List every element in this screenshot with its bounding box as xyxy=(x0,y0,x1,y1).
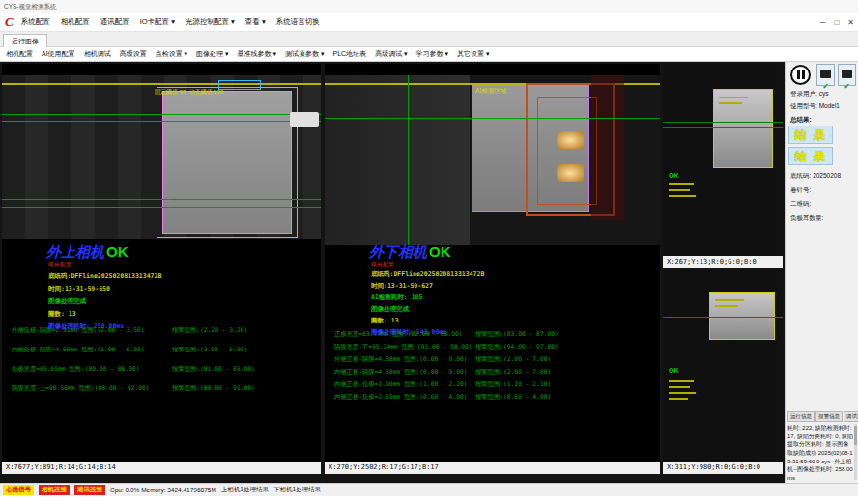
alarm-range: 报警范围:(94.00 - 97.00) xyxy=(475,343,558,351)
camera-image-outer-upper[interactable]: 固定阈值:93, 动态阈值:100 xyxy=(2,75,321,239)
roi-rect-cyan xyxy=(218,80,261,90)
camera-view-button-1[interactable]: ✓ xyxy=(816,64,835,86)
log-scrollbar[interactable] xyxy=(854,424,857,480)
titlebar: CYS-视觉检测系统 xyxy=(0,0,858,13)
pause-button[interactable] xyxy=(790,65,811,85)
tool-image-processing[interactable]: 图像处理 ▾ xyxy=(196,49,228,59)
measure-line-green xyxy=(325,126,660,126)
login-user-value: cys xyxy=(819,90,829,97)
menu-io-config[interactable]: IO卡配置 ▾ xyxy=(140,17,175,27)
login-user-label: 登录用户: xyxy=(790,90,817,97)
camera-panel-outer-upper: 固定阈值:93, 动态阈值:100 外上相机OK 曝光配置 底纸码:DFFlin… xyxy=(2,64,321,474)
tiny-text-mark xyxy=(669,189,690,191)
menu-comm-config[interactable]: 通讯配置 xyxy=(100,17,129,27)
status-bar: 心跳信号 相机连接 通讯连接 Cpu: 0.0% Memory: 3424.41… xyxy=(0,483,858,496)
battery-roll-region xyxy=(162,91,292,234)
menu-system-config[interactable]: 系统配置 xyxy=(21,17,50,27)
cpu-memory-readout: Cpu: 0.0% Memory: 3424.41796875M xyxy=(110,487,216,493)
tiny-text-mark xyxy=(669,380,694,382)
thumb-ok-status: OK xyxy=(669,367,679,374)
thumbnail-image-top[interactable]: OK xyxy=(663,64,783,256)
camera-view-button-2[interactable]: ✓ xyxy=(838,64,856,86)
menu-camera-config[interactable]: 相机配置 xyxy=(61,17,90,27)
exposure-config-label: 曝光配置 xyxy=(48,261,72,269)
tool-baseline-params[interactable]: 基准线参数 ▾ xyxy=(238,49,276,59)
menu-light-config[interactable]: 光源控制配置 ▾ xyxy=(186,17,235,27)
bright-tab-blob xyxy=(557,131,584,149)
tiny-text-mark xyxy=(715,299,744,301)
login-user-row: 登录用户: cys xyxy=(790,90,828,98)
tiny-text-mark xyxy=(715,305,738,307)
tiny-text-mark xyxy=(669,386,690,388)
paper-code-label: 底纸码: xyxy=(790,172,811,179)
bright-part-region xyxy=(713,89,773,168)
tool-spot-check[interactable]: 点检设置 ▾ xyxy=(156,49,187,59)
measure-line-green xyxy=(2,199,321,200)
alarm-range: 报警范围:(2.00 - 7.00) xyxy=(475,368,551,377)
tab-debug-info[interactable]: 调试信息 xyxy=(844,411,858,422)
tool-camera-config[interactable]: 相机配置 xyxy=(6,49,33,59)
alarm-range: 报警范围:(3.00 - 6.00) xyxy=(172,346,247,354)
measure-row: 正极宽度=83.77mm 范围:(82.00 - 88.00) xyxy=(334,330,463,339)
machine-structure xyxy=(325,75,470,245)
ai-elapsed-line: AI检测耗时: 105 xyxy=(371,294,422,302)
tool-camera-debug[interactable]: 相机调试 xyxy=(84,49,111,59)
tool-learning-params[interactable]: 学习参数 ▾ xyxy=(416,49,448,59)
close-icon[interactable]: ✕ xyxy=(847,18,854,27)
measure-line-green xyxy=(2,114,321,115)
tool-other-settings[interactable]: 其它设置 ▾ xyxy=(457,49,489,59)
total-result-label: 总结果: xyxy=(790,116,812,125)
app-logo-icon: C xyxy=(5,14,14,30)
minimize-icon[interactable]: ─ xyxy=(820,18,826,27)
alarm-range: 报警范围:(0.60 - 4.00) xyxy=(475,393,551,402)
paper-code-value: 20250208 xyxy=(813,172,841,179)
tool-plc-address[interactable]: PLC地址表 xyxy=(333,49,367,59)
camera-name: 外下相机 xyxy=(369,243,427,260)
tiny-text-mark xyxy=(669,392,696,394)
vertical-measure-line xyxy=(408,75,409,245)
model-label: 使用型号: xyxy=(790,102,817,109)
right-sidebar: ✓ ✓ 登录用户: cys 使用型号: Model1 总结果: 结 果 结 果 … xyxy=(785,62,858,483)
alarm-range: 报警范围:(1.10 - 2.10) xyxy=(475,380,551,389)
tool-ai-use-config[interactable]: AI使用配置 xyxy=(42,49,75,59)
measure-row: 外侧负极-隔膜=2.91mm 范围:(2.00 - 3.50) xyxy=(12,326,145,335)
tool-advanced-debug[interactable]: 高级调试 ▾ xyxy=(375,49,407,59)
time-line: 时间:13-31-59-627 xyxy=(371,282,433,291)
monitor-icon xyxy=(820,70,831,78)
camera-connection-badge: 相机连接 xyxy=(39,485,70,495)
processing-done-line: 图像处理完成 xyxy=(371,305,409,314)
tab-connector-blob xyxy=(290,112,319,127)
measure-row: 隔膜宽度-上=90.56mm 范围:(88.00 - 92.00) xyxy=(12,384,150,393)
tab-run-info[interactable]: 运行信息 xyxy=(787,411,815,422)
maximize-icon[interactable]: □ xyxy=(834,18,839,27)
measure-line-green xyxy=(663,122,783,123)
model-row: 使用型号: Model1 xyxy=(790,102,840,111)
thumbnail-image-bottom[interactable]: OK xyxy=(663,270,783,462)
time-line: 时间:13-31-59-650 xyxy=(48,285,110,294)
tab-run-image[interactable]: 运行图像 xyxy=(3,34,47,47)
measure-row: 隔膜宽度-下=95.24mm 范围:(93.00 - 98.00) xyxy=(334,343,472,351)
camera-ok-status: OK xyxy=(106,243,129,260)
tool-test-params[interactable]: 测试项参数 ▾ xyxy=(285,49,324,59)
camera-image-outer-lower[interactable]: AI检测区域 xyxy=(325,75,660,245)
tab-alarm-info[interactable]: 报警信息 xyxy=(815,411,843,422)
menu-view[interactable]: 查看 ▾ xyxy=(245,17,266,27)
measure-row: 内侧正极-负极=2.65mm 范围:(0.60 - 4.00) xyxy=(334,393,468,402)
alarm-range: 报警范围:(2.20 - 3.20) xyxy=(172,326,247,335)
turns-line: 圈数: 13 xyxy=(48,310,76,319)
alarm-range: 报警范围:(89.00 - 91.00) xyxy=(172,384,255,393)
camera-result-title: 外上相机OK xyxy=(46,243,129,262)
measure-line-green xyxy=(2,207,321,208)
paper-code-row: 底纸码: 20250208 xyxy=(790,172,841,181)
upper-camera-result-label: 上相机1处理结果 xyxy=(221,486,269,494)
app-window: CYS-视觉检测系统 C 系统配置 相机配置 通讯配置 IO卡配置 ▾ 光源控制… xyxy=(0,0,858,504)
barcode-line: 底纸码:DFFline2025020813313472B xyxy=(371,270,484,279)
dark-red-band xyxy=(591,75,624,220)
tool-advanced-settings[interactable]: 高级设置 xyxy=(120,49,147,59)
tiny-text-mark xyxy=(719,102,742,104)
pixel-coordinate-bar: X:7677;Y:891;R:14;G:14;B:14 xyxy=(2,462,321,474)
menu-language-switch[interactable]: 系统语言切换 xyxy=(276,17,320,27)
monitor-icon xyxy=(842,70,852,78)
alarm-range: 报警范围:(83.00 - 87.00) xyxy=(475,330,558,339)
measure-line-green xyxy=(663,317,783,318)
